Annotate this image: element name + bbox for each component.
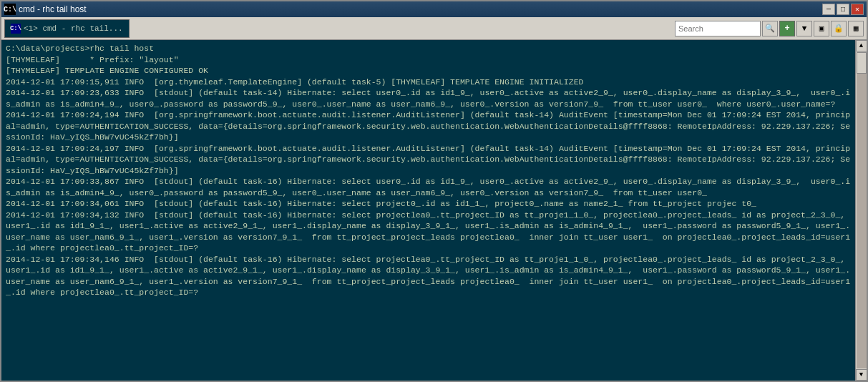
search-area: 🔍 + ▼ ▣ 🔒 ▦ xyxy=(675,21,864,36)
terminal-area: C:\data\projects>rhc tail host [THYMELEA… xyxy=(1,40,867,381)
grid-button[interactable]: ▦ xyxy=(848,21,864,36)
terminal-tab[interactable]: C:\ <1> cmd - rhc tail... xyxy=(4,19,130,38)
scrollbar[interactable]: ▲ ▼ xyxy=(855,40,867,381)
scroll-up-button[interactable]: ▲ xyxy=(856,40,867,52)
scrollbar-track[interactable] xyxy=(857,52,867,368)
dropdown-button[interactable]: ▼ xyxy=(796,21,812,36)
tab-cmd-icon: C:\ xyxy=(11,24,21,34)
minimize-button[interactable]: ─ xyxy=(822,4,835,15)
lock-button[interactable]: 🔒 xyxy=(831,21,847,36)
maximize-button[interactable]: □ xyxy=(837,4,849,15)
terminal-output[interactable]: C:\data\projects>rhc tail host [THYMELEA… xyxy=(1,40,855,381)
scroll-down-button[interactable]: ▼ xyxy=(856,369,867,381)
title-bar-left: C:\ cmd - rhc tail host xyxy=(4,4,87,15)
title-bar: C:\ cmd - rhc tail host ─ □ ✕ xyxy=(1,1,867,17)
window-controls: ─ □ ✕ xyxy=(822,4,864,15)
toolbar: C:\ <1> cmd - rhc tail... 🔍 + ▼ ▣ 🔒 ▦ xyxy=(1,17,867,40)
cmd-icon: C:\ xyxy=(4,4,16,15)
tab-label: <1> cmd - rhc tail... xyxy=(24,24,123,33)
scrollbar-thumb[interactable] xyxy=(857,52,867,74)
search-input[interactable] xyxy=(675,21,761,36)
monitor-button[interactable]: ▣ xyxy=(814,21,829,36)
window-title: cmd - rhc tail host xyxy=(19,4,87,14)
add-button[interactable]: + xyxy=(779,21,795,36)
search-button[interactable]: 🔍 xyxy=(762,21,778,36)
close-button[interactable]: ✕ xyxy=(851,4,864,15)
cmd-window: C:\ cmd - rhc tail host ─ □ ✕ C:\ <1> cm… xyxy=(0,0,868,382)
